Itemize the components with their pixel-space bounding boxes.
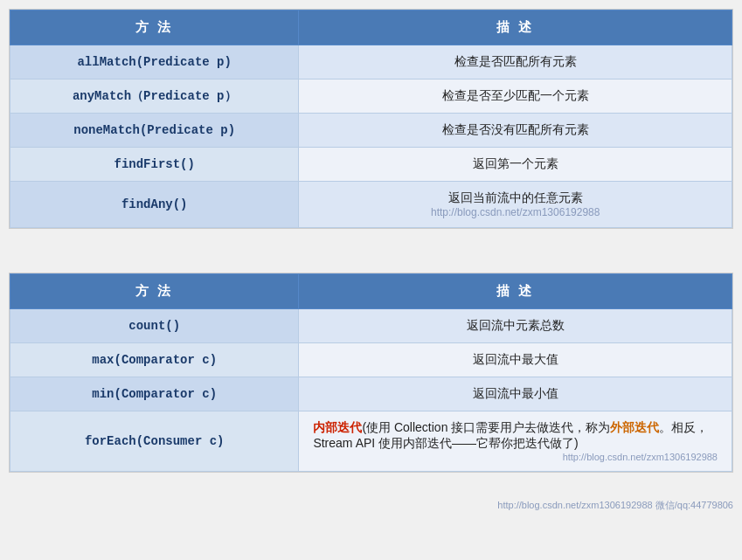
method-cell: count(): [10, 309, 299, 343]
desc-cell: 返回流中元素总数: [299, 309, 732, 343]
method-cell: allMatch(Predicate p): [10, 45, 299, 80]
method-cell: findFirst(): [10, 148, 299, 182]
desc-part: 内部迭代: [313, 420, 362, 434]
desc-cell: 返回当前流中的任意元素http://blog.csdn.net/zxm13061…: [299, 182, 732, 228]
table2-header-method: 方 法: [10, 274, 299, 309]
desc-cell: 检查是否匹配所有元素: [299, 45, 732, 80]
table-row: findAny()返回当前流中的任意元素http://blog.csdn.net…: [10, 182, 732, 228]
table-row: noneMatch(Predicate p)检查是否没有匹配所有元素: [10, 114, 732, 148]
table-row: allMatch(Predicate p)检查是否匹配所有元素: [10, 45, 732, 80]
table-row: min(Comparator c)返回流中最小值: [10, 377, 732, 411]
desc-cell: 返回流中最大值: [299, 343, 732, 377]
table2-header-desc: 描 述: [299, 274, 732, 309]
table1: 方 法 描 述 allMatch(Predicate p)检查是否匹配所有元素a…: [9, 9, 733, 229]
method-cell: forEach(Consumer c): [10, 411, 299, 472]
desc-cell: 内部迭代(使用 Collection 接口需要用户去做迭代，称为外部迭代。相反，…: [299, 411, 732, 472]
desc-cell: 检查是否至少匹配一个元素: [299, 80, 732, 114]
table-row: forEach(Consumer c)内部迭代(使用 Collection 接口…: [10, 411, 732, 472]
table-row: max(Comparator c)返回流中最大值: [10, 343, 732, 377]
desc-cell: 检查是否没有匹配所有元素: [299, 114, 732, 148]
table2: 方 法 描 述 count()返回流中元素总数max(Comparator c)…: [9, 273, 733, 473]
table-row: findFirst()返回第一个元素: [10, 148, 732, 182]
table1-header-desc: 描 述: [299, 10, 732, 45]
method-cell: noneMatch(Predicate p): [10, 114, 299, 148]
method-cell: min(Comparator c): [10, 377, 299, 411]
watermark-text: http://blog.csdn.net/zxm1306192988: [313, 452, 718, 462]
desc-cell: 返回第一个元素: [299, 148, 732, 182]
table-row: count()返回流中元素总数: [10, 309, 732, 343]
table-row: anyMatch（Predicate p）检查是否至少匹配一个元素: [10, 80, 732, 114]
desc-part: (使用 Collection 接口需要用户去做迭代，称为: [362, 420, 610, 434]
bottom-watermark: http://blog.csdn.net/zxm1306192988 微信/qq…: [9, 499, 733, 512]
section-gap: [9, 255, 733, 273]
desc-part: 外部迭代: [610, 420, 659, 434]
watermark-text: http://blog.csdn.net/zxm1306192988: [313, 206, 718, 218]
method-cell: max(Comparator c): [10, 343, 299, 377]
desc-cell: 返回流中最小值: [299, 377, 732, 411]
table1-header-method: 方 法: [10, 10, 299, 45]
method-cell: anyMatch（Predicate p）: [10, 80, 299, 114]
method-cell: findAny(): [10, 182, 299, 228]
